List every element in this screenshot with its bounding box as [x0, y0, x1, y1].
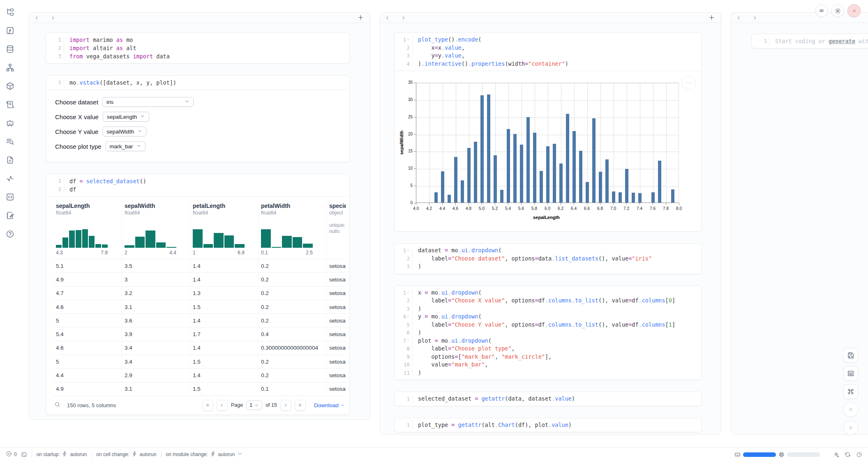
code-text[interactable]: )	[413, 305, 421, 313]
code-text[interactable]: x=x.value,	[413, 44, 465, 52]
chart-plot-area[interactable]	[416, 83, 679, 203]
code-text[interactable]: df	[64, 185, 76, 194]
prev-page-button[interactable]	[217, 400, 228, 411]
search-icon[interactable]	[54, 401, 60, 409]
download-button[interactable]: Download	[314, 402, 345, 408]
dropdown-select[interactable]: sepalWidth	[102, 127, 146, 136]
table-column-header[interactable]: sepalWidthfloat6424.4	[122, 201, 190, 259]
code-text[interactable]: x = mo.ui.dropdown(	[413, 289, 482, 297]
code-text[interactable]: plot_type().encode(	[413, 36, 481, 44]
fold-chevron-icon[interactable]	[406, 339, 410, 342]
sidebar-file-text-button[interactable]	[3, 154, 17, 166]
code-editor[interactable]: 1plot_type = getattr(alt.Chart(df), plot…	[395, 418, 702, 432]
code-text[interactable]: plot_type = getattr(alt.Chart(df), plot.…	[413, 421, 572, 429]
table-row[interactable]: 4.63.11.50.2setosa	[53, 300, 346, 313]
autorun-on-module-change[interactable]: on module change: autorun	[166, 451, 243, 458]
table-row[interactable]: 5.13.51.40.2setosa	[53, 259, 346, 272]
column-next-button[interactable]	[50, 15, 55, 21]
sidebar-sitemap-button[interactable]	[3, 61, 17, 74]
dropdown-select[interactable]: mark_bar	[106, 141, 145, 151]
code-editor[interactable]: 1x = mo.ui.dropdown(2 label="Choose X va…	[395, 286, 702, 380]
fold-chevron-icon[interactable]	[406, 249, 410, 252]
dropdown-select[interactable]: iris	[102, 97, 194, 107]
code-text[interactable]: from vega_datasets import data	[64, 52, 170, 60]
dropdown-select[interactable]: sepalLength	[103, 112, 150, 122]
code-text[interactable]: y = mo.ui.dropdown(	[413, 313, 482, 321]
layout-button[interactable]	[843, 366, 858, 381]
code-text[interactable]: import marimo as mo	[64, 36, 133, 44]
xy-plot-dropdowns-cell[interactable]: 1x = mo.ui.dropdown(2 label="Choose X va…	[394, 286, 702, 380]
code-editor[interactable]: 1Start coding or generate with	[752, 34, 868, 48]
fold-chevron-icon[interactable]	[406, 38, 410, 41]
chart-actions-button[interactable]	[682, 76, 696, 90]
code-text[interactable]: label="Choose dataset", options=data.lis…	[413, 255, 652, 263]
autorun-on-startup[interactable]: on startup: autorun	[37, 451, 87, 458]
code-text[interactable]: )	[413, 329, 421, 337]
column-next-button[interactable]	[401, 15, 406, 21]
sidebar-bot-chat-button[interactable]	[3, 117, 17, 129]
settings-button[interactable]	[831, 5, 844, 17]
code-text[interactable]: df = selected_dataset()	[64, 177, 146, 185]
fold-chevron-icon[interactable]	[406, 315, 410, 318]
autorun-on-cell-change[interactable]: on cell change: autorun	[96, 451, 156, 458]
column-prev-button[interactable]	[34, 15, 39, 21]
plot-type-cell[interactable]: 1plot_type = getattr(alt.Chart(df), plot…	[394, 418, 702, 433]
table-row[interactable]: 4.931.40.2setosa	[53, 272, 346, 286]
code-text[interactable]: )	[413, 369, 421, 377]
close-button[interactable]	[847, 4, 861, 17]
table-column-header[interactable]: sepalLengthfloat644.37.9	[53, 201, 122, 259]
sidebar-notebook-pen-button[interactable]	[3, 209, 17, 221]
fold-chevron-icon[interactable]	[406, 291, 410, 294]
code-text[interactable]: selected_dataset = getattr(data, dataset…	[413, 395, 575, 403]
code-editor[interactable]: 1import marimo as mo2import altair as al…	[46, 33, 349, 63]
table-column-header[interactable]: petalLengthfloat6416.9	[190, 201, 258, 259]
code-text[interactable]: plot = mo.ui.dropdown(	[413, 337, 492, 345]
error-indicator[interactable]: 0	[6, 451, 17, 458]
sidebar-scroll-text-button[interactable]	[3, 98, 17, 111]
add-cell-button[interactable]	[708, 14, 715, 23]
code-text[interactable]: Start coding or generate with	[770, 37, 868, 45]
vstack-cell[interactable]: 1mo.vstack([dataset, x, y, plot])Choose …	[46, 75, 350, 162]
history-clock-button[interactable]	[856, 452, 862, 458]
table-column-header[interactable]: speciesobjectunique:nulls:	[326, 201, 346, 259]
stop-button[interactable]	[843, 402, 858, 417]
sidebar-file-tree-button[interactable]	[3, 6, 17, 18]
imports-cell[interactable]: 1import marimo as mo2import altair as al…	[46, 32, 350, 64]
menu-button[interactable]	[815, 5, 828, 17]
table-row[interactable]: 5.43.91.70.4setosa	[53, 327, 346, 341]
code-text[interactable]: ).interactive().properties(width="contai…	[413, 60, 568, 68]
terminal-button[interactable]	[21, 452, 27, 458]
table-row[interactable]: 53.61.40.2setosa	[53, 313, 346, 327]
sidebar-help-circle-button[interactable]	[3, 228, 17, 240]
sidebar-code-square-button[interactable]	[3, 191, 17, 203]
table-column-header[interactable]: petalWidthfloat640.12.5	[258, 201, 326, 259]
sidebar-list-search-button[interactable]	[3, 135, 17, 148]
add-cell-button[interactable]	[357, 14, 364, 23]
code-editor[interactable]: 1df = selected_dataset()2df	[46, 174, 349, 196]
code-text[interactable]: )	[413, 263, 421, 271]
code-text[interactable]: label="Choose X value", options=df.colum…	[413, 297, 675, 305]
first-page-button[interactable]	[202, 400, 213, 411]
empty-scratch-cell[interactable]: 1Start coding or generate with	[751, 34, 868, 48]
dataset-dropdown-cell[interactable]: 1dataset = mo.ui.dropdown(2 label="Choos…	[394, 243, 702, 274]
sidebar-activity-button[interactable]	[3, 172, 17, 184]
table-row[interactable]: 4.63.41.40.30000000000000004setosa	[53, 341, 346, 355]
sidebar-database-button[interactable]	[3, 43, 17, 55]
table-row[interactable]: 4.42.91.40.2setosa	[53, 368, 346, 382]
run-button[interactable]	[843, 420, 858, 435]
sidebar-function-square-button[interactable]	[3, 24, 17, 37]
column-next-button[interactable]	[752, 15, 757, 21]
table-row[interactable]: 4.93.11.50.1setosa	[53, 382, 346, 396]
selected-dataset-cell[interactable]: 1selected_dataset = getattr(data, datase…	[394, 392, 702, 406]
code-editor[interactable]: 1dataset = mo.ui.dropdown(2 label="Choos…	[395, 244, 702, 274]
code-text[interactable]: mo.vstack([dataset, x, y, plot])	[64, 78, 176, 87]
code-text[interactable]: label="Choose plot type",	[413, 345, 515, 353]
plot-cell[interactable]: 1plot_type().encode(2 x=x.value,3 y=y.va…	[394, 32, 702, 232]
last-page-button[interactable]	[295, 400, 306, 411]
code-editor[interactable]: 1selected_dataset = getattr(data, datase…	[395, 392, 702, 406]
code-text[interactable]: options=["mark_bar", "mark_circle"],	[413, 353, 552, 361]
save-button[interactable]	[843, 348, 858, 363]
code-text[interactable]: label="Choose Y value", options=df.colum…	[413, 321, 675, 329]
command-palette-button[interactable]	[843, 384, 858, 399]
code-editor[interactable]: 1mo.vstack([dataset, x, y, plot])	[46, 76, 349, 90]
